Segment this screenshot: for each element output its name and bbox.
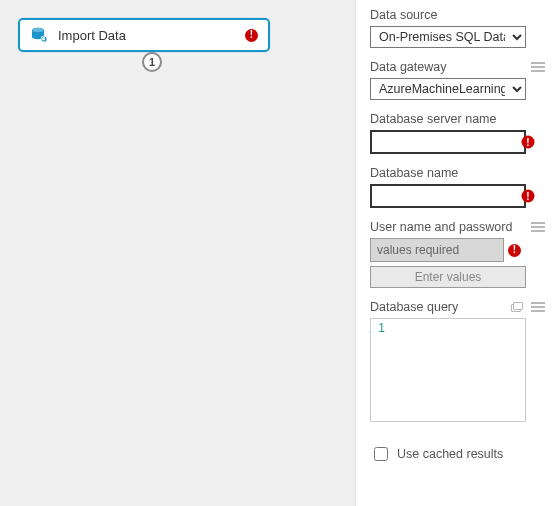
db-server-input[interactable]	[370, 130, 526, 154]
query-label: Database query	[370, 300, 458, 314]
data-source-select[interactable]: On-Premises SQL Database	[370, 26, 526, 48]
menu-icon[interactable]	[531, 62, 545, 72]
field-query: Database query 1	[370, 300, 545, 422]
field-db-name: Database name !	[370, 166, 545, 208]
data-source-label: Data source	[370, 8, 437, 22]
module-title: Import Data	[58, 28, 245, 43]
error-icon: !	[522, 136, 535, 149]
data-gateway-select[interactable]: AzureMachineLearning_On	[370, 78, 526, 100]
svg-point-1	[32, 28, 44, 32]
db-name-input[interactable]	[370, 184, 526, 208]
credentials-status: values required	[370, 238, 504, 262]
data-gateway-label: Data gateway	[370, 60, 446, 74]
field-credentials: User name and password values required !…	[370, 220, 545, 288]
line-number: 1	[371, 319, 389, 421]
svg-rect-5	[43, 38, 44, 41]
output-port-1[interactable]: 1	[142, 52, 162, 72]
field-data-gateway: Data gateway AzureMachineLearning_On	[370, 60, 545, 100]
properties-panel: Data source On-Premises SQL Database Dat…	[356, 0, 559, 506]
field-db-server: Database server name !	[370, 112, 545, 154]
error-icon: !	[522, 190, 535, 203]
credentials-label: User name and password	[370, 220, 512, 234]
designer-canvas[interactable]: Import Data ! 1	[0, 0, 356, 506]
db-name-label: Database name	[370, 166, 458, 180]
db-server-label: Database server name	[370, 112, 496, 126]
menu-icon[interactable]	[531, 302, 545, 312]
menu-icon[interactable]	[531, 222, 545, 232]
module-import-data[interactable]: Import Data ! 1	[18, 18, 270, 52]
database-icon	[30, 26, 48, 44]
module-error-icon: !	[245, 29, 258, 42]
enter-values-button[interactable]: Enter values	[370, 266, 526, 288]
error-icon: !	[508, 244, 521, 257]
use-cached-checkbox[interactable]	[374, 447, 388, 461]
use-cached-label: Use cached results	[397, 447, 503, 461]
field-data-source: Data source On-Premises SQL Database	[370, 8, 545, 48]
query-editor[interactable]: 1	[370, 318, 526, 422]
use-cached-row[interactable]: Use cached results	[370, 444, 545, 464]
popout-icon[interactable]	[511, 302, 523, 312]
query-textarea[interactable]	[389, 319, 525, 421]
